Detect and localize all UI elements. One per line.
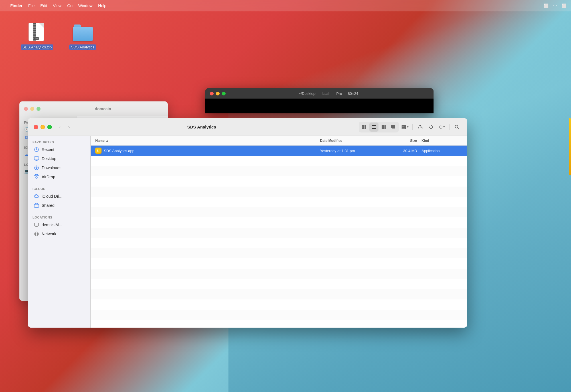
table-row [91, 299, 467, 310]
desktop-icons-area: ZIP SDS.Analytics.zip SDS Analytics [23, 23, 97, 50]
minimize-button[interactable]: − [41, 125, 45, 129]
menubar-dots-icon[interactable]: ⋯ [553, 3, 557, 8]
finder-content-area: Name ▲ Date Modified Size Kind [91, 136, 467, 328]
column-name-header[interactable]: Name ▲ [95, 139, 320, 143]
recent-icon [34, 147, 39, 152]
svg-text:S: S [97, 149, 99, 152]
terminal-window: ~/Desktop — -bash — Pro — 80×24 [205, 88, 434, 113]
sort-arrow-icon: ▲ [106, 139, 109, 142]
zip-icon-label: SDS.Analytics.zip [21, 44, 54, 50]
table-row [91, 197, 467, 207]
terminal-content [205, 99, 434, 113]
table-row[interactable]: S SDS Analytics.app Yesterday at 1:31 pm… [91, 146, 467, 156]
sidebar-icloud-drive-label: iCloud Dri... [42, 194, 62, 199]
menubar-file[interactable]: File [28, 3, 35, 8]
share-button[interactable] [416, 122, 425, 132]
svg-rect-16 [402, 127, 404, 127]
view-options-button[interactable]: ▾ [400, 122, 410, 132]
menubar-help[interactable]: Help [98, 3, 106, 8]
table-row [91, 238, 467, 248]
svg-line-20 [458, 128, 459, 129]
table-row [91, 166, 467, 176]
sidebar-item-shared[interactable]: Shared [29, 201, 89, 210]
sidebar-item-mac[interactable]: demo's M... [29, 220, 89, 229]
sidebar-item-desktop[interactable]: Desktop [29, 154, 89, 163]
column-date-header[interactable]: Date Modified [320, 139, 383, 143]
sidebar-mac-label: demo's M... [42, 222, 62, 227]
close-button[interactable]: × [34, 125, 38, 129]
view-options-icon [401, 124, 406, 130]
tag-button[interactable] [426, 122, 436, 132]
table-row [91, 228, 467, 238]
terminal-maximize-button[interactable] [222, 92, 226, 95]
app-icon: S [95, 148, 102, 154]
table-row [91, 187, 467, 197]
svg-rect-12 [393, 128, 394, 129]
sidebar-item-network[interactable]: Network [29, 229, 89, 238]
view-grid-button[interactable] [360, 122, 369, 132]
file-size-cell: 30.4 MB [383, 149, 417, 153]
table-row [91, 217, 467, 228]
svg-rect-11 [392, 128, 393, 129]
svg-rect-3 [365, 127, 366, 129]
view-gallery-button[interactable] [389, 122, 398, 132]
svg-rect-10 [391, 125, 395, 128]
svg-point-27 [36, 177, 37, 178]
menubar-finder[interactable]: Finder [10, 3, 23, 8]
terminal-close-button[interactable] [210, 92, 214, 95]
file-date-cell: Yesterday at 1:31 pm [320, 149, 383, 153]
menubar-view[interactable]: View [53, 3, 61, 8]
svg-rect-15 [402, 126, 404, 126]
sidebar-airdrop-label: AirDrop [42, 175, 55, 179]
network-icon [34, 231, 39, 237]
sidebar-recent-label: Recent [42, 147, 54, 152]
grid-icon [362, 124, 367, 130]
svg-rect-17 [402, 128, 405, 128]
finder-main-window: × − + ‹ › SDS Analytics [28, 118, 467, 328]
sidebar-item-downloads[interactable]: Downloads [29, 163, 89, 172]
sidebar-shared-label: Shared [42, 203, 54, 208]
terminal-title: ~/Desktop — -bash — Pro — 80×24 [228, 91, 429, 96]
file-list: S SDS Analytics.app Yesterday at 1:31 pm… [91, 146, 467, 328]
search-button[interactable] [452, 122, 461, 132]
sidebar-locations-title: Locations [28, 216, 90, 220]
window-title: SDS Analytics [48, 124, 355, 129]
sidebar-favourites-title: Favourites [28, 140, 90, 145]
svg-rect-9 [384, 125, 386, 129]
downloads-icon [34, 165, 39, 171]
toolbar-right: ▾ ⊕ ▾ [359, 122, 461, 132]
toolbar-divider-1 [412, 124, 413, 130]
svg-rect-2 [362, 127, 364, 129]
terminal-minimize-button[interactable] [216, 92, 220, 95]
menubar-edit[interactable]: Edit [40, 3, 47, 8]
table-row [91, 269, 467, 279]
folder-icon-label: SDS Analytics [69, 44, 96, 50]
menubar-right: ⬜ ⋯ ⬜ [544, 3, 566, 8]
sidebar-locations-section: Locations demo's M... [28, 211, 90, 240]
menubar-screen-icon[interactable]: ⬜ [544, 3, 548, 8]
more-options-button[interactable]: ⊕ ▾ [437, 122, 446, 132]
svg-rect-22 [34, 157, 39, 160]
sidebar-icloud-section: iCloud iCloud Dri... [28, 183, 90, 211]
resize-strip[interactable] [569, 118, 571, 175]
menubar-go[interactable]: Go [67, 3, 73, 8]
svg-rect-8 [383, 125, 384, 129]
desktop-icon-zip[interactable]: ZIP SDS.Analytics.zip [23, 23, 51, 50]
svg-rect-29 [35, 223, 39, 226]
menubar-window[interactable]: Window [78, 3, 92, 8]
sidebar-item-recent[interactable]: Recent [29, 145, 89, 154]
view-mode-group [359, 122, 399, 132]
finder-body: Favourites Recent [28, 136, 467, 328]
view-columns-button[interactable] [379, 122, 388, 132]
view-list-button[interactable] [369, 122, 378, 132]
column-size-header[interactable]: Size [383, 139, 417, 143]
finder-sidebar: Favourites Recent [28, 136, 91, 328]
svg-rect-0 [362, 125, 364, 127]
desktop-icon-folder[interactable]: SDS Analytics [68, 23, 97, 50]
column-kind-header[interactable]: Kind [417, 139, 463, 143]
menubar-control-icon[interactable]: ⬜ [562, 3, 566, 8]
sidebar-item-airdrop[interactable]: AirDrop [29, 172, 89, 181]
sidebar-icloud-title: iCloud [28, 187, 90, 192]
sidebar-item-icloud-drive[interactable]: iCloud Dri... [29, 192, 89, 201]
table-row [91, 207, 467, 217]
